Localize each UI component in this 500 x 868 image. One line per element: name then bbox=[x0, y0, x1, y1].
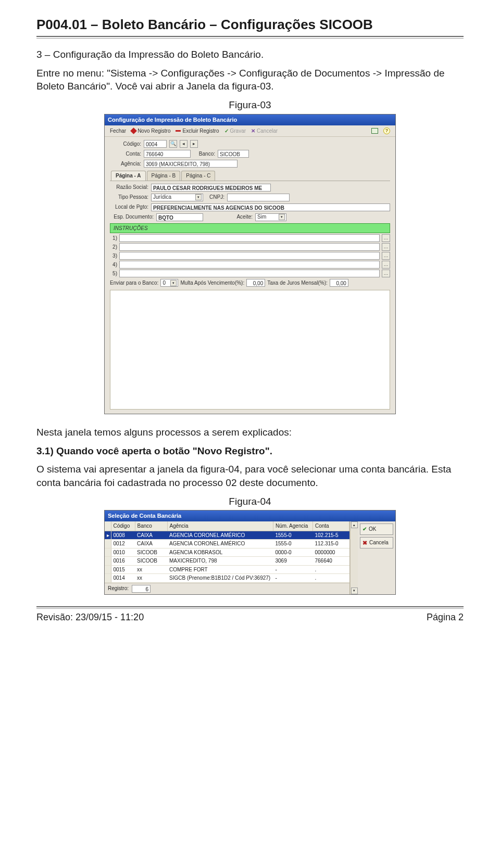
th-marker bbox=[105, 521, 111, 531]
scroll-down-icon[interactable]: ▾ bbox=[351, 588, 358, 594]
conta-label: Conta: bbox=[110, 150, 141, 158]
tab-pagina-a[interactable]: Página - A bbox=[111, 171, 146, 181]
tab-pagina-b[interactable]: Página - B bbox=[147, 171, 181, 181]
cancelar-button[interactable]: ✕Cancelar bbox=[251, 127, 278, 135]
codigo-label: Código: bbox=[110, 141, 141, 148]
taxa-juros-label: Taxa de Juros Mensal(%): bbox=[267, 279, 328, 287]
instr-row-1: 1)… bbox=[110, 234, 390, 242]
plus-icon bbox=[130, 127, 137, 134]
gravar-button[interactable]: ✓Gravar bbox=[224, 127, 246, 135]
footer-page: Página 2 bbox=[427, 611, 464, 623]
fig4-window: Seleção de Conta Bancária Código Banco A… bbox=[104, 510, 396, 594]
novo-registro-button[interactable]: Novo Registro bbox=[131, 127, 170, 135]
paragraph-fig4: O sistema vai apresentar a janela da fig… bbox=[36, 463, 464, 489]
codigo-input[interactable]: 0004 bbox=[144, 140, 167, 148]
instr-row-3: 3)… bbox=[110, 252, 390, 260]
figure4-label: Figura-04 bbox=[36, 495, 464, 508]
razao-label: Razão Social: bbox=[110, 184, 148, 191]
fig3-tabs: Página - A Página - B Página - C bbox=[110, 170, 390, 181]
tipo-pessoa-label: Tipo Pessoa: bbox=[110, 194, 148, 201]
excluir-registro-button[interactable]: Excluir Registro bbox=[176, 127, 219, 135]
help-icon[interactable]: ? bbox=[383, 127, 390, 134]
instr4-more-icon[interactable]: … bbox=[382, 261, 390, 269]
enviar-banco-select[interactable]: 0▾ bbox=[160, 279, 178, 287]
conta-input[interactable]: 766640 bbox=[144, 150, 191, 158]
th-agencia[interactable]: Agência bbox=[167, 521, 273, 531]
razao-input[interactable]: PAULO CESAR RODRIGUES MEDEIROS ME bbox=[151, 184, 271, 192]
local-pgto-input[interactable]: PREFERENCIALMENTE NAS AGENCIAS DO SICOOB bbox=[151, 203, 390, 211]
instr1-more-icon[interactable]: … bbox=[382, 234, 390, 242]
sub-3-1: 3.1) Quando você aperta o botão "Novo Re… bbox=[36, 444, 464, 458]
banco-input[interactable]: SICOOB bbox=[218, 150, 249, 158]
instr2-input[interactable] bbox=[119, 243, 380, 251]
x-icon: ✕ bbox=[251, 127, 255, 135]
th-num-agencia[interactable]: Núm. Agencia bbox=[273, 521, 313, 531]
table-row[interactable]: 0016SICOOBMAXICREDITO, 7983069766640 bbox=[105, 557, 349, 566]
chevron-down-icon: ▾ bbox=[195, 194, 202, 200]
accounts-table[interactable]: Código Banco Agência Núm. Agencia Conta … bbox=[105, 521, 349, 583]
x-icon: ✖ bbox=[362, 539, 367, 547]
fig4-scrollbar[interactable]: ▴ ▾ bbox=[350, 521, 358, 594]
table-row[interactable]: 0014xxSIGCB (Prenome:B1B1D2 / Cód PV:369… bbox=[105, 574, 349, 583]
multa-input[interactable]: 0,00 bbox=[246, 279, 265, 287]
table-row[interactable]: 0015xxCOMPRE FORT-. bbox=[105, 565, 349, 574]
instr3-more-icon[interactable]: … bbox=[382, 252, 390, 260]
banco-label: Banco: bbox=[193, 150, 215, 158]
registro-label: Registro: bbox=[108, 585, 129, 592]
instr5-more-icon[interactable]: … bbox=[382, 270, 390, 277]
th-conta[interactable]: Conta bbox=[313, 521, 349, 531]
tool-icon[interactable] bbox=[371, 128, 378, 134]
doc-title: P004.01 – Boleto Bancário – Configuraçõe… bbox=[36, 16, 464, 36]
instr-row-5: 5)… bbox=[110, 270, 390, 277]
ok-button[interactable]: ✔OK bbox=[360, 524, 393, 535]
fig3-titlebar: Configuração de Impressão de Boleto Banc… bbox=[105, 114, 395, 125]
fig4-statusbar: Registro: 6 bbox=[105, 583, 349, 594]
table-row[interactable]: 0012CAIXAAGENCIA CORONEL AMÉRICO1555-011… bbox=[105, 540, 349, 548]
instr5-input[interactable] bbox=[119, 270, 380, 277]
enviar-banco-label: Enviar para o Banco: bbox=[110, 279, 158, 287]
instr-row-2: 2)… bbox=[110, 243, 390, 251]
scroll-up-icon[interactable]: ▴ bbox=[351, 521, 358, 528]
multa-label: Multa Após Vencimento(%): bbox=[180, 279, 244, 287]
next-icon[interactable]: ▸ bbox=[190, 140, 198, 148]
esp-doc-input[interactable]: BQTO bbox=[156, 213, 203, 221]
tab-pagina-c[interactable]: Página - C bbox=[181, 171, 215, 181]
taxa-juros-input[interactable]: 0,00 bbox=[330, 279, 348, 287]
tipo-pessoa-select[interactable]: Jurídica▾ bbox=[151, 194, 203, 201]
section-heading: 3 – Configuração da Impressão do Boleto … bbox=[36, 48, 464, 61]
agencia-input[interactable]: 3069 (MAXICREDITO, 798) bbox=[144, 160, 238, 168]
th-codigo[interactable]: Código bbox=[111, 521, 135, 531]
registro-value: 6 bbox=[132, 585, 151, 593]
search-icon[interactable]: 🔍 bbox=[169, 140, 177, 148]
local-pgto-label: Local de Pgto: bbox=[110, 203, 148, 211]
fig3-toolbar: Fechar Novo Registro Excluir Registro ✓G… bbox=[105, 125, 395, 137]
figure3-label: Figura-03 bbox=[36, 98, 464, 112]
cancela-button[interactable]: ✖Cancela bbox=[360, 537, 393, 548]
aceite-select[interactable]: Sim▾ bbox=[255, 213, 286, 221]
agencia-label: Agência: bbox=[110, 160, 141, 168]
fig3-window: Configuração de Impressão de Boleto Banc… bbox=[104, 114, 396, 414]
fechar-button[interactable]: Fechar bbox=[110, 127, 126, 135]
chevron-down-icon: ▾ bbox=[170, 280, 177, 286]
table-header-row: Código Banco Agência Núm. Agencia Conta bbox=[105, 521, 349, 531]
instr2-more-icon[interactable]: … bbox=[382, 243, 390, 251]
instr1-input[interactable] bbox=[119, 234, 380, 242]
paragraph-intro: Entre no menu: "Sistema -> Configurações… bbox=[36, 67, 464, 93]
chevron-down-icon: ▾ bbox=[279, 214, 285, 220]
th-banco[interactable]: Banco bbox=[135, 521, 167, 531]
cnpj-label: CNPJ: bbox=[206, 194, 224, 201]
table-row[interactable]: ▸0008CAIXAAGENCIA CORONEL AMÉRICO1555-01… bbox=[105, 531, 349, 540]
esp-doc-label: Esp. Documento: bbox=[110, 213, 154, 221]
instr3-input[interactable] bbox=[119, 252, 380, 260]
prev-icon[interactable]: ◂ bbox=[180, 140, 188, 148]
footer-line bbox=[36, 606, 464, 609]
title-underline bbox=[36, 36, 464, 39]
fig3-blank-area bbox=[110, 290, 390, 410]
footer-revision: Revisão: 23/09/15 - 11:20 bbox=[36, 611, 144, 623]
instr4-input[interactable] bbox=[119, 261, 380, 269]
fig4-titlebar: Seleção de Conta Bancária bbox=[105, 510, 395, 521]
table-row[interactable]: 0010SICOOBAGENCIA KOBRASOL0000-00000000 bbox=[105, 548, 349, 557]
paragraph-processes: Nesta janela temos alguns processos a se… bbox=[36, 426, 464, 439]
cnpj-input[interactable] bbox=[227, 194, 290, 201]
check-icon: ✓ bbox=[224, 127, 229, 135]
